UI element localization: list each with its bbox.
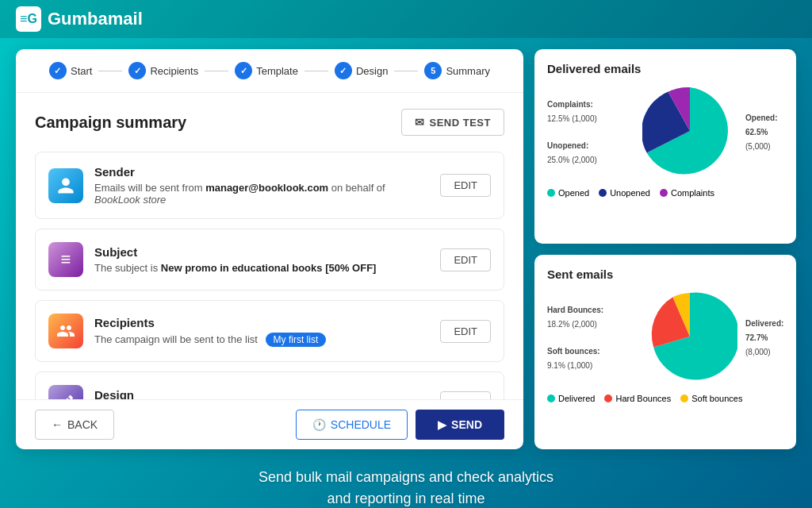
- step-template: ✓ Template: [235, 62, 298, 79]
- logo: ≡G Gumbamail: [16, 6, 143, 32]
- step-check-start: ✓: [49, 62, 67, 79]
- summary-title: Campaign summary: [35, 114, 186, 132]
- summary-content: Campaign summary ✉ SEND TEST Sender Emai…: [16, 93, 523, 399]
- legend-dot-hardbounces: [604, 394, 612, 402]
- connector-3: [304, 71, 328, 71]
- schedule-label: SCHEDULE: [331, 418, 391, 431]
- right-buttons: 🕐 SCHEDULE ▶ SEND: [296, 410, 504, 440]
- logo-icon: ≡G: [16, 6, 41, 32]
- step-summary: 5 Summary: [424, 62, 490, 79]
- footer-line1: Send bulk mail campaigns and check analy…: [0, 467, 812, 488]
- subject-card: ≡ Subject The subject is New promo in ed…: [35, 229, 504, 291]
- left-panel: ✓ Start ✓ Recipients ✓ Template ✓ Design…: [16, 49, 523, 449]
- back-button[interactable]: ← BACK: [35, 410, 114, 440]
- step-label-start: Start: [71, 65, 92, 77]
- clock-icon: 🕐: [312, 418, 326, 431]
- send-label: SEND: [451, 418, 482, 431]
- steps-bar: ✓ Start ✓ Recipients ✓ Template ✓ Design…: [16, 49, 523, 93]
- design-card-title: Design: [94, 388, 429, 399]
- legend-hardbounces: Hard Bounces: [604, 394, 671, 403]
- sender-card: Sender Emails will be sent from manager@…: [35, 152, 504, 219]
- delivered-chart-panel: Delivered emails Complaints:12.5% (1,000…: [534, 49, 796, 244]
- sender-card-icon: [48, 168, 83, 203]
- step-design: ✓ Design: [335, 62, 388, 79]
- step-check-recipients: ✓: [128, 62, 146, 79]
- send-arrow-icon: ▶: [438, 418, 446, 431]
- footer-line2: and reporting in real time: [0, 488, 812, 508]
- delivered-chart-area: Complaints:12.5% (1,000) Unopened:25.0% …: [547, 83, 783, 182]
- step-label-recipients: Recipients: [150, 65, 198, 77]
- delivered-opened-label: Opened: 62.5%(5,000): [745, 111, 783, 154]
- header: ≡G Gumbamail: [0, 0, 812, 38]
- sender-card-body: Sender Emails will be sent from manager@…: [94, 165, 429, 206]
- design-card-icon: [48, 385, 83, 399]
- legend-label-complaints: Complaints: [671, 188, 714, 198]
- legend-dot-delivered: [547, 394, 555, 402]
- sent-chart-legend: Delivered Hard Bounces Soft bounces: [547, 394, 783, 403]
- recipients-edit-button[interactable]: EDIT: [440, 320, 491, 343]
- sender-edit-button[interactable]: EDIT: [440, 174, 491, 197]
- delivered-left-labels: Complaints:12.5% (1,000) Unopened:25.0% …: [547, 98, 634, 167]
- subject-card-icon: ≡: [48, 242, 83, 277]
- step-start: ✓ Start: [49, 62, 92, 79]
- legend-dot-softbounces: [680, 394, 688, 402]
- recipients-card-icon: [48, 314, 83, 348]
- sent-chart-title: Sent emails: [547, 267, 783, 281]
- footer: Send bulk mail campaigns and check analy…: [0, 460, 812, 508]
- email-icon: ✉: [415, 116, 425, 129]
- sender-card-desc: Emails will be sent from manager@bookloo…: [94, 182, 429, 206]
- connector-4: [394, 71, 418, 71]
- delivered-chart-legend: Opened Unopened Complaints: [547, 188, 783, 198]
- delivered-right-labels: Opened: 62.5%(5,000): [745, 111, 783, 154]
- legend-unopened: Unopened: [599, 188, 650, 198]
- recipients-card-body: Recipients The campaign will be sent to …: [94, 316, 429, 347]
- sent-right-labels: Delivered: 72.7%(8,000): [745, 317, 783, 360]
- sent-left-labels: Hard Bounces:18.2% (2,000) Soft bounces:…: [547, 303, 634, 373]
- subject-edit-button[interactable]: EDIT: [440, 248, 491, 271]
- legend-label-softbounces: Soft bounces: [691, 394, 742, 403]
- sent-hardbounce-label: Hard Bounces:18.2% (2,000): [547, 303, 634, 332]
- subject-card-title: Subject: [94, 245, 429, 259]
- design-card-body: Design The used template is Book discoun…: [94, 388, 429, 399]
- step-label-design: Design: [356, 65, 388, 77]
- legend-softbounces: Soft bounces: [680, 394, 742, 403]
- back-arrow-icon: ←: [52, 418, 63, 431]
- step-num-summary: 5: [424, 62, 442, 79]
- recipients-card: Recipients The campaign will be sent to …: [35, 300, 504, 362]
- send-button[interactable]: ▶ SEND: [416, 410, 504, 440]
- delivered-chart-title: Delivered emails: [547, 62, 783, 75]
- schedule-button[interactable]: 🕐 SCHEDULE: [296, 410, 408, 440]
- sent-chart-area: Hard Bounces:18.2% (2,000) Soft bounces:…: [547, 289, 783, 387]
- sender-card-title: Sender: [94, 165, 429, 179]
- list-badge: My first list: [266, 333, 327, 347]
- connector-2: [205, 71, 228, 71]
- delivered-complaints-label: Complaints:12.5% (1,000): [547, 98, 634, 126]
- legend-opened: Opened: [547, 188, 589, 198]
- legend-label-opened: Opened: [558, 188, 589, 198]
- connector-1: [98, 71, 122, 71]
- step-check-design: ✓: [335, 62, 352, 79]
- subject-card-desc: The subject is New promo in educational …: [94, 262, 429, 274]
- bottom-bar: ← BACK 🕐 SCHEDULE ▶ SEND: [16, 399, 523, 449]
- legend-complaints: Complaints: [660, 188, 714, 198]
- sent-delivered-label: Delivered: 72.7%(8,000): [745, 317, 783, 360]
- legend-dot-complaints: [660, 189, 668, 197]
- logo-text: Gumbamail: [48, 9, 143, 29]
- back-label: BACK: [67, 418, 98, 431]
- right-panels: Delivered emails Complaints:12.5% (1,000…: [534, 49, 796, 449]
- design-card: Design The used template is Book discoun…: [35, 371, 504, 399]
- delivered-unopened-label: Unopened:25.0% (2,000): [547, 139, 634, 167]
- step-label-template: Template: [256, 65, 298, 77]
- legend-dot-unopened: [599, 189, 607, 197]
- sent-pie: [642, 289, 737, 387]
- legend-label-delivered: Delivered: [558, 394, 595, 403]
- sent-softbounce-label: Soft bounces:9.1% (1,000): [547, 344, 634, 373]
- summary-header: Campaign summary ✉ SEND TEST: [35, 109, 504, 136]
- legend-label-hardbounces: Hard Bounces: [615, 394, 671, 403]
- send-test-button[interactable]: ✉ SEND TEST: [401, 109, 504, 136]
- recipients-card-title: Recipients: [94, 316, 429, 329]
- legend-dot-opened: [547, 189, 555, 197]
- design-edit-button[interactable]: EDIT: [440, 391, 491, 400]
- send-test-label: SEND TEST: [430, 117, 491, 129]
- delivered-pie: [642, 83, 737, 182]
